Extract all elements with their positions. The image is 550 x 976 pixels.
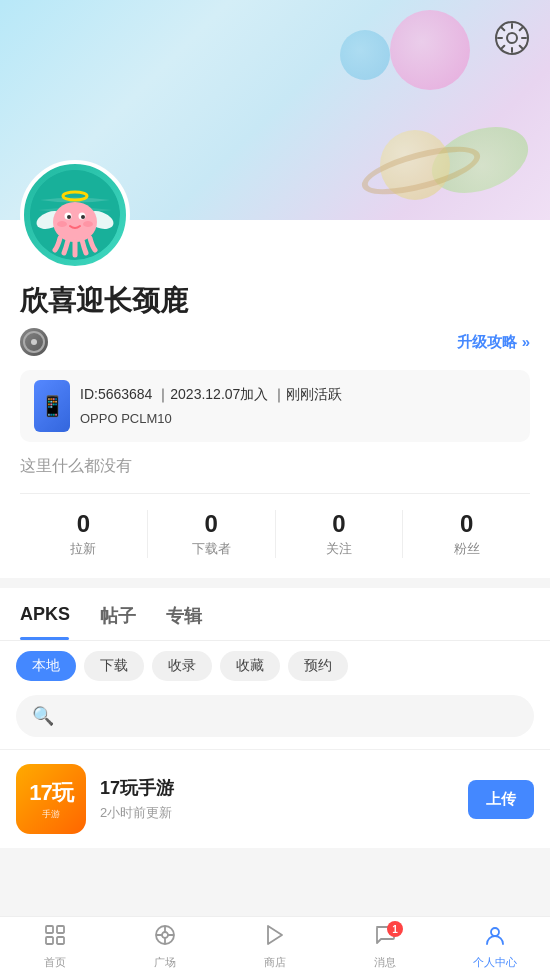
nav-profile[interactable]: 个人中心: [440, 917, 550, 976]
level-badge: [20, 328, 48, 356]
svg-point-8: [67, 215, 71, 219]
tab-posts[interactable]: 帖子: [100, 588, 156, 640]
subtab-recorded[interactable]: 收录: [152, 651, 212, 681]
nav-messages[interactable]: 1 消息: [330, 917, 440, 976]
profile-section: 欣喜迎长颈鹿 升级攻略 📱 ID:5663684 ｜2023.12.07加入 ｜…: [0, 220, 550, 578]
subtab-favorites[interactable]: 收藏: [220, 651, 280, 681]
settings-icon[interactable]: [494, 20, 530, 56]
search-icon: 🔍: [32, 705, 54, 727]
username: 欣喜迎长颈鹿: [20, 282, 530, 320]
user-info-card: 📱 ID:5663684 ｜2023.12.07加入 ｜刚刚活跃 OPPO PC…: [20, 370, 530, 442]
stat-following: 0 关注: [276, 510, 404, 558]
stats-row: 0 拉新 0 下载者 0 关注 0 粉丝: [20, 493, 530, 558]
stat-downloaders: 0 下载者: [148, 510, 276, 558]
app-update-time: 2小时前更新: [100, 804, 454, 822]
tab-apks[interactable]: APKS: [20, 588, 90, 640]
app-icon-label: 17玩: [29, 778, 72, 808]
svg-rect-15: [46, 937, 53, 944]
nav-plaza-label: 广场: [154, 955, 176, 970]
empty-message: 这里什么都没有: [20, 456, 530, 477]
app-icon: 17玩 手游: [16, 764, 86, 834]
stat-laxin: 0 拉新: [20, 510, 148, 558]
stat-fans: 0 粉丝: [403, 510, 530, 558]
sub-tabs: 本地 下载 收录 收藏 预约: [0, 641, 550, 691]
nav-messages-label: 消息: [374, 955, 396, 970]
main-tabs: APKS 帖子 专辑: [0, 588, 550, 641]
profile-icon: [483, 923, 507, 953]
app-name: 17玩手游: [100, 776, 454, 800]
app-icon-sublabel: 手游: [42, 808, 60, 821]
svg-point-10: [57, 221, 67, 227]
search-bar[interactable]: 🔍: [16, 695, 534, 737]
message-badge: 1: [387, 921, 403, 937]
upgrade-link[interactable]: 升级攻略: [457, 333, 530, 352]
home-icon: [43, 923, 67, 953]
user-info-text: ID:5663684 ｜2023.12.07加入 ｜刚刚活跃 OPPO PCLM…: [80, 382, 342, 431]
svg-point-9: [81, 215, 85, 219]
nav-plaza[interactable]: 广场: [110, 917, 220, 976]
tabs-section: APKS 帖子 专辑 本地 下载 收录 收藏 预约 🔍 17玩 手游 17玩手游: [0, 588, 550, 848]
svg-rect-13: [46, 926, 53, 933]
nav-home[interactable]: 首页: [0, 917, 110, 976]
svg-rect-14: [57, 926, 64, 933]
svg-marker-19: [268, 926, 282, 944]
svg-point-11: [83, 221, 93, 227]
svg-point-18: [162, 932, 168, 938]
plaza-icon: [153, 923, 177, 953]
nav-home-label: 首页: [44, 955, 66, 970]
phone-icon: 📱: [34, 380, 70, 432]
avatar: [20, 160, 130, 270]
store-icon: [263, 923, 287, 953]
app-list-item: 17玩 手游 17玩手游 2小时前更新 上传: [0, 749, 550, 848]
upload-button[interactable]: 上传: [468, 780, 534, 819]
subtab-local[interactable]: 本地: [16, 651, 76, 681]
nav-store-label: 商店: [264, 955, 286, 970]
svg-point-20: [491, 928, 499, 936]
subtab-reserved[interactable]: 预约: [288, 651, 348, 681]
bottom-nav: 首页 广场 商店 1 消息: [0, 916, 550, 976]
level-row: 升级攻略: [20, 328, 530, 356]
subtab-download[interactable]: 下载: [84, 651, 144, 681]
app-info: 17玩手游 2小时前更新: [100, 776, 454, 822]
nav-store[interactable]: 商店: [220, 917, 330, 976]
svg-rect-16: [57, 937, 64, 944]
nav-profile-label: 个人中心: [473, 955, 517, 970]
tab-albums[interactable]: 专辑: [166, 588, 222, 640]
